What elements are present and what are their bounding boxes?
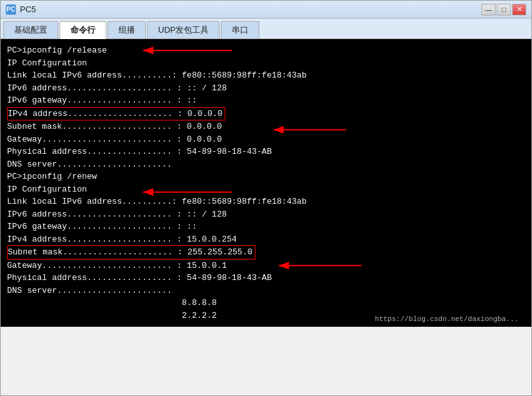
tab-udp[interactable]: UDP发包工具 xyxy=(147,21,220,38)
term-line: IPv6 gateway..................... : :: xyxy=(7,94,525,107)
content-area: PC>ipconfig /releaseIP ConfigurationLink… xyxy=(1,39,531,395)
title-controls: — □ ✕ xyxy=(481,4,526,15)
term-line: Subnet mask...................... : 0.0.… xyxy=(7,120,525,133)
term-line: IPv4 address..................... : 15.0… xyxy=(7,233,525,246)
window-icon: PC xyxy=(6,4,16,15)
terminal[interactable]: PC>ipconfig /releaseIP ConfigurationLink… xyxy=(1,39,531,327)
watermark: https://blog.csdn.net/daxiongba... xyxy=(375,314,519,325)
terminal-container: PC>ipconfig /releaseIP ConfigurationLink… xyxy=(1,39,531,395)
tab-mingling[interactable]: 命令行 xyxy=(60,21,106,39)
term-line: Subnet mask...................... : 255.… xyxy=(7,245,525,260)
close-button[interactable]: ✕ xyxy=(512,4,526,15)
maximize-button[interactable]: □ xyxy=(497,4,511,15)
term-line: Gateway.......................... : 15.0… xyxy=(7,260,525,272)
window-icon-text: PC xyxy=(6,6,15,13)
term-line: IPv6 gateway..................... : :: xyxy=(7,220,525,233)
term-line: Link local IPv6 address..........: fe80:… xyxy=(7,195,525,208)
tab-chuankou[interactable]: 串口 xyxy=(221,21,259,38)
term-line: IPv4 address..................... : 0.0.… xyxy=(7,107,525,121)
minimize-button[interactable]: — xyxy=(481,4,496,15)
term-line: Physical address................. : 54-8… xyxy=(7,145,525,158)
main-window: PC PC5 — □ ✕ 基础配置 命令行 组播 UDP发包工具 串口 PC>i… xyxy=(0,0,532,396)
term-line: IP Configuration xyxy=(7,183,525,196)
terminal-lines: PC>ipconfig /releaseIP ConfigurationLink… xyxy=(7,44,525,322)
term-line: 8.8.8.8 xyxy=(7,297,525,309)
term-line: PC>ipconfig /release xyxy=(7,44,525,57)
term-line: DNS server....................... xyxy=(7,285,525,297)
term-line: IP Configuration xyxy=(7,57,525,70)
title-bar: PC PC5 — □ ✕ xyxy=(1,1,531,19)
term-line: IPv6 address..................... : :: /… xyxy=(7,208,525,221)
tab-bar: 基础配置 命令行 组播 UDP发包工具 串口 xyxy=(1,19,531,39)
term-line: PC>ipconfig /renew xyxy=(7,170,525,183)
term-line: Gateway.......................... : 0.0.… xyxy=(7,133,525,146)
term-line: DNS server....................... xyxy=(7,158,525,171)
term-line: Link local IPv6 address..........: fe80:… xyxy=(7,69,525,82)
tab-zubo[interactable]: 组播 xyxy=(108,21,146,38)
term-line: Physical address................. : 54-8… xyxy=(7,272,525,285)
tab-jichupeizhui[interactable]: 基础配置 xyxy=(3,21,58,38)
term-line: IPv6 address..................... : :: /… xyxy=(7,82,525,95)
title-bar-left: PC PC5 xyxy=(6,4,36,15)
window-title: PC5 xyxy=(20,4,36,14)
